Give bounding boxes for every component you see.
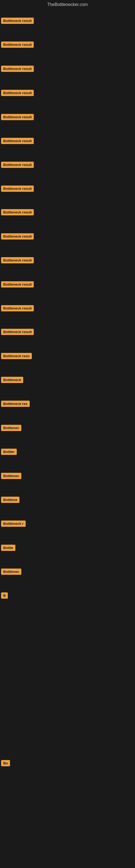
bottleneck-item-25[interactable]: B bbox=[1, 592, 8, 600]
bottleneck-item-16[interactable]: Bottleneck bbox=[1, 377, 23, 384]
bottleneck-item-30[interactable]: Bo bbox=[1, 760, 10, 767]
bottleneck-item-10[interactable]: Bottleneck result bbox=[1, 233, 34, 241]
bottleneck-badge-5[interactable]: Bottleneck result bbox=[1, 114, 34, 120]
bottleneck-item-1[interactable]: Bottleneck result bbox=[1, 18, 34, 25]
bottleneck-badge-4[interactable]: Bottleneck result bbox=[1, 90, 34, 96]
bottleneck-item-20[interactable]: Bottlenec bbox=[1, 473, 21, 480]
bottleneck-item-8[interactable]: Bottleneck result bbox=[1, 186, 34, 193]
bottleneck-item-15[interactable]: Bottleneck resu bbox=[1, 353, 32, 360]
bottleneck-item-18[interactable]: Bottlenec bbox=[1, 425, 21, 432]
bottleneck-badge-9[interactable]: Bottleneck result bbox=[1, 209, 34, 215]
bottleneck-item-7[interactable]: Bottleneck result bbox=[1, 162, 34, 169]
bottleneck-badge-19[interactable]: Bottler bbox=[1, 448, 17, 455]
bottleneck-badge-1[interactable]: Bottleneck result bbox=[1, 18, 34, 24]
bottleneck-item-13[interactable]: Bottleneck result bbox=[1, 305, 34, 312]
bottleneck-badge-3[interactable]: Bottleneck result bbox=[1, 66, 34, 72]
bottleneck-badge-25[interactable]: B bbox=[1, 592, 8, 599]
bottleneck-badge-21[interactable]: Bottlene bbox=[1, 497, 19, 503]
items-container: Bottleneck resultBottleneck resultBottle… bbox=[0, 10, 135, 867]
bottleneck-badge-10[interactable]: Bottleneck result bbox=[1, 233, 34, 240]
site-title-bar: TheBottlenecker.com bbox=[0, 0, 135, 10]
bottleneck-badge-20[interactable]: Bottlenec bbox=[1, 473, 21, 479]
bottleneck-item-14[interactable]: Bottleneck result bbox=[1, 329, 34, 336]
bottleneck-item-17[interactable]: Bottleneck res bbox=[1, 401, 30, 408]
bottleneck-badge-15[interactable]: Bottleneck resu bbox=[1, 353, 32, 359]
bottleneck-item-23[interactable]: Bottle bbox=[1, 545, 15, 552]
bottleneck-badge-8[interactable]: Bottleneck result bbox=[1, 186, 34, 192]
bottleneck-item-6[interactable]: Bottleneck result bbox=[1, 138, 34, 145]
bottleneck-item-9[interactable]: Bottleneck result bbox=[1, 209, 34, 216]
bottleneck-badge-16[interactable]: Bottleneck bbox=[1, 377, 23, 383]
bottleneck-item-5[interactable]: Bottleneck result bbox=[1, 114, 34, 121]
bottleneck-badge-14[interactable]: Bottleneck result bbox=[1, 329, 34, 335]
bottleneck-badge-23[interactable]: Bottle bbox=[1, 545, 15, 551]
bottleneck-item-3[interactable]: Bottleneck result bbox=[1, 66, 34, 73]
bottleneck-badge-12[interactable]: Bottleneck result bbox=[1, 281, 34, 287]
bottleneck-badge-7[interactable]: Bottleneck result bbox=[1, 162, 34, 168]
bottleneck-badge-11[interactable]: Bottleneck result bbox=[1, 257, 34, 264]
bottleneck-item-11[interactable]: Bottleneck result bbox=[1, 257, 34, 265]
bottleneck-badge-22[interactable]: Bottleneck r bbox=[1, 521, 26, 527]
bottleneck-item-2[interactable]: Bottleneck result bbox=[1, 41, 34, 49]
bottleneck-item-21[interactable]: Bottlene bbox=[1, 497, 19, 504]
site-title: TheBottlenecker.com bbox=[0, 0, 135, 10]
bottleneck-badge-13[interactable]: Bottleneck result bbox=[1, 305, 34, 311]
bottleneck-item-19[interactable]: Bottler bbox=[1, 448, 17, 456]
bottleneck-badge-6[interactable]: Bottleneck result bbox=[1, 138, 34, 144]
bottleneck-item-12[interactable]: Bottleneck result bbox=[1, 281, 34, 289]
bottleneck-item-22[interactable]: Bottleneck r bbox=[1, 521, 26, 528]
bottleneck-badge-17[interactable]: Bottleneck res bbox=[1, 401, 30, 407]
bottleneck-badge-18[interactable]: Bottlenec bbox=[1, 425, 21, 431]
bottleneck-badge-24[interactable]: Bottlenec bbox=[1, 568, 21, 575]
bottleneck-item-24[interactable]: Bottlenec bbox=[1, 568, 21, 576]
bottleneck-badge-2[interactable]: Bottleneck result bbox=[1, 41, 34, 48]
bottleneck-badge-30[interactable]: Bo bbox=[1, 760, 10, 766]
bottleneck-item-4[interactable]: Bottleneck result bbox=[1, 90, 34, 97]
